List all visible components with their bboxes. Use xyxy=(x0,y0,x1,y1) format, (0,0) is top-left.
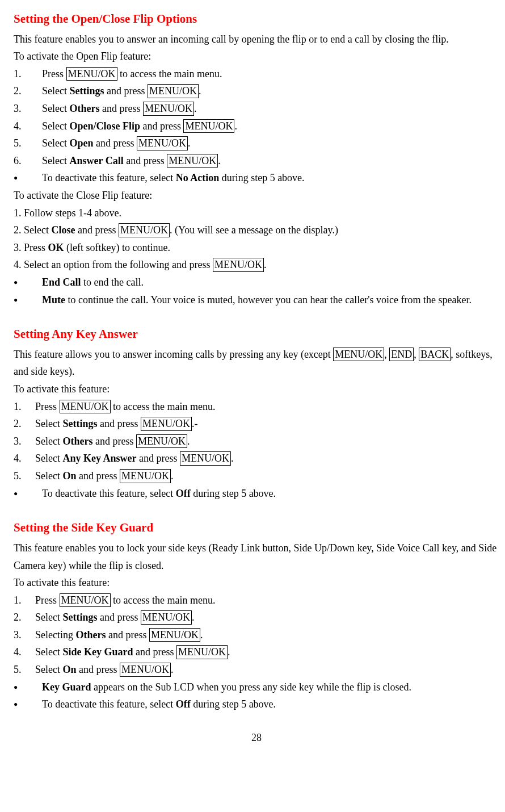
ordered-list: 1. Press MENU/OK to access the main menu… xyxy=(14,592,499,713)
page-number: 28 xyxy=(14,729,499,747)
key-menuok: MENU/OK xyxy=(120,469,171,483)
list-text: Select Settings and press MENU/OK.- xyxy=(35,415,499,433)
list-text: Select Settings and press MENU/OK. xyxy=(42,82,499,100)
body-text: 4. Select an option from the following a… xyxy=(14,256,499,274)
list-text: Select On and press MENU/OK. xyxy=(35,661,499,679)
list-item: 2. Select Settings and press MENU/OK. xyxy=(14,82,499,100)
list-text: Select Open and press MENU/OK. xyxy=(42,135,499,152)
key-menuok: MENU/OK xyxy=(213,258,264,272)
key-menuok: MENU/OK xyxy=(176,645,228,659)
list-text: Select Answer Call and press MENU/OK. xyxy=(42,152,499,170)
list-number: 4. xyxy=(14,643,35,661)
list-number: 4. xyxy=(14,450,35,467)
list-text: To deactivate this feature, select Off d… xyxy=(42,485,499,503)
list-text: To deactivate this feature, select No Ac… xyxy=(42,169,499,187)
list-text: Select Open/Close Flip and press MENU/OK… xyxy=(42,118,499,135)
list-number: 6. xyxy=(14,152,42,170)
list-item: 5. Select Open and press MENU/OK. xyxy=(14,135,499,152)
list-text: Mute to continue the call. Your voice is… xyxy=(42,291,499,309)
body-text: To activate the Close Flip feature: xyxy=(14,187,499,204)
list-item: 5. Select On and press MENU/OK. xyxy=(14,661,499,679)
list-number: 3. xyxy=(14,433,35,450)
bullet-icon xyxy=(14,485,42,503)
key-menuok: MENU/OK xyxy=(333,348,384,362)
key-menuok: MENU/OK xyxy=(60,593,111,608)
list-item: End Call to end the call. xyxy=(14,274,499,291)
list-text: To deactivate this feature, select Off d… xyxy=(42,696,499,713)
body-text: To activate the Open Flip feature: xyxy=(14,48,499,65)
list-text: Select Settings and press MENU/OK. xyxy=(35,609,499,626)
list-item: Key Guard appears on the Sub LCD when yo… xyxy=(14,679,499,696)
list-text: Select Others and press MENU/OK. xyxy=(42,100,499,118)
list-number: 1. xyxy=(14,592,35,609)
list-item: 3. Selecting Others and press MENU/OK. xyxy=(14,626,499,644)
key-menuok: MENU/OK xyxy=(141,610,192,625)
list-text: Press MENU/OK to access the main menu. xyxy=(35,398,499,416)
list-item: 1. Press MENU/OK to access the main menu… xyxy=(14,398,499,416)
list-text: Select Any Key Answer and press MENU/OK. xyxy=(35,450,499,467)
key-menuok: MENU/OK xyxy=(180,451,231,466)
list-number: 1. xyxy=(14,398,35,416)
list-item: 1. Press MENU/OK to access the main menu… xyxy=(14,65,499,83)
list-item: 5. Select On and press MENU/OK. xyxy=(14,467,499,485)
list-item: Mute to continue the call. Your voice is… xyxy=(14,291,499,309)
list-number: 4. xyxy=(14,118,42,135)
list-text: Key Guard appears on the Sub LCD when yo… xyxy=(42,679,499,696)
list-number: 3. xyxy=(14,100,42,118)
body-text: This feature enables you to answer an in… xyxy=(14,31,499,48)
list-text: Select Side Key Guard and press MENU/OK. xyxy=(35,643,499,661)
section-heading-flip: Setting the Open/Close Flip Options xyxy=(14,9,499,30)
key-menuok: MENU/OK xyxy=(141,417,192,431)
bullet-icon xyxy=(14,169,42,187)
list-item: 4. Select Open/Close Flip and press MENU… xyxy=(14,118,499,135)
body-text: 1. Follow steps 1-4 above. xyxy=(14,204,499,222)
list-number: 2. xyxy=(14,415,35,433)
list-number: 2. xyxy=(14,82,42,100)
list-item: To deactivate this feature, select No Ac… xyxy=(14,169,499,187)
key-menuok: MENU/OK xyxy=(119,223,170,237)
body-text: 3. Press OK (left softkey) to continue. xyxy=(14,239,499,257)
list-number: 5. xyxy=(14,135,42,152)
list-text: Select Others and press MENU/OK. xyxy=(35,433,499,450)
list-text: End Call to end the call. xyxy=(42,274,499,291)
bullet-icon xyxy=(14,291,42,309)
list-item: 2. Select Settings and press MENU/OK. xyxy=(14,609,499,626)
list-text: Press MENU/OK to access the main menu. xyxy=(35,592,499,609)
ordered-list: 1. Press MENU/OK to access the main menu… xyxy=(14,398,499,503)
key-menuok: MENU/OK xyxy=(60,400,111,414)
key-back: BACK xyxy=(419,348,451,362)
list-number: 1. xyxy=(14,65,42,83)
body-text: 2. Select Close and press MENU/OK. (You … xyxy=(14,221,499,239)
list-item: 6. Select Answer Call and press MENU/OK. xyxy=(14,152,499,170)
key-menuok: MENU/OK xyxy=(183,119,234,133)
list-item: 3. Select Others and press MENU/OK. xyxy=(14,100,499,118)
list-item: To deactivate this feature, select Off d… xyxy=(14,696,499,713)
key-menuok: MENU/OK xyxy=(120,663,171,677)
ordered-list: 1. Press MENU/OK to access the main menu… xyxy=(14,65,499,187)
list-item: 4. Select Any Key Answer and press MENU/… xyxy=(14,450,499,467)
key-menuok: MENU/OK xyxy=(149,628,200,642)
key-menuok: MENU/OK xyxy=(167,154,218,168)
list-number: 2. xyxy=(14,609,35,626)
key-menuok: MENU/OK xyxy=(66,67,117,81)
list-item: 1. Press MENU/OK to access the main menu… xyxy=(14,592,499,609)
list-item: 4. Select Side Key Guard and press MENU/… xyxy=(14,643,499,661)
bullet-icon xyxy=(14,274,42,291)
list-text: Selecting Others and press MENU/OK. xyxy=(35,626,499,644)
key-menuok: MENU/OK xyxy=(136,434,187,449)
section-heading-sidekey: Setting the Side Key Guard xyxy=(14,518,499,538)
list-number: 3. xyxy=(14,626,35,644)
bullet-icon xyxy=(14,696,42,713)
bullet-icon xyxy=(14,679,42,696)
list-item: To deactivate this feature, select Off d… xyxy=(14,485,499,503)
key-menuok: MENU/OK xyxy=(137,136,188,150)
body-text: This feature allows you to answer incomi… xyxy=(14,346,499,380)
section-heading-anykey: Setting Any Key Answer xyxy=(14,324,499,345)
list-number: 5. xyxy=(14,467,35,485)
body-text: This feature enables you to lock your si… xyxy=(14,539,499,574)
list-text: Press MENU/OK to access the main menu. xyxy=(42,65,499,83)
body-text: To activate this feature: xyxy=(14,574,499,592)
list-item: 2. Select Settings and press MENU/OK.- xyxy=(14,415,499,433)
key-menuok: MENU/OK xyxy=(148,84,199,98)
list-item: 3. Select Others and press MENU/OK. xyxy=(14,433,499,450)
